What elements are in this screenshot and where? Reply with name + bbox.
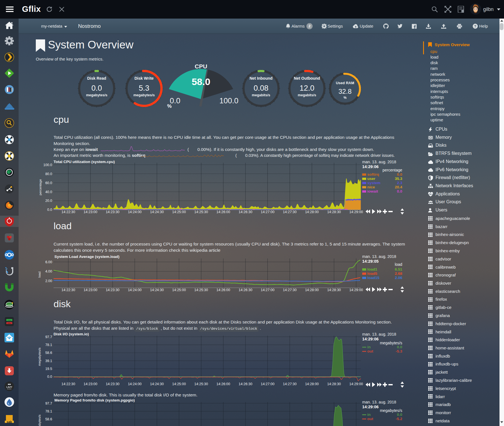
svg-text:librarian: librarian: [7, 388, 12, 390]
svg-text:LAZY: LAZY: [6, 386, 13, 388]
svg-text:Offline: Offline: [8, 323, 11, 324]
svg-text:sab: sab: [7, 420, 12, 423]
svg-text:Online: Online: [7, 320, 11, 321]
